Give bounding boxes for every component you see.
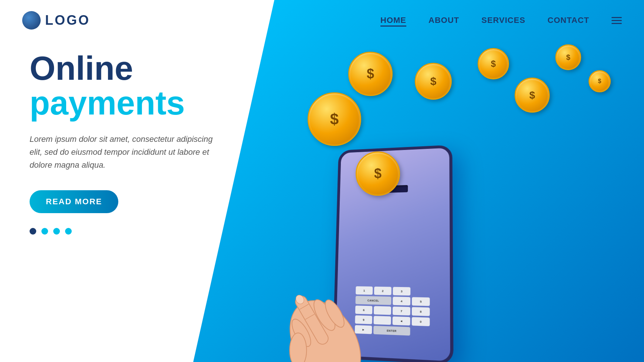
hero-description: Lorem ipsum dolor sit amet, consectetur … xyxy=(30,133,222,172)
logo-icon xyxy=(22,11,41,30)
coin-2: $ xyxy=(415,63,452,100)
coin-3: $ xyxy=(308,92,361,146)
headline-line1: Online xyxy=(30,52,222,85)
logo-text: LOGO xyxy=(45,13,90,28)
coin-1: $ xyxy=(348,52,393,96)
nav-item-home[interactable]: HOME xyxy=(380,16,406,25)
header: LOGO HOME ABOUT SERVICES CONTACT xyxy=(0,0,644,41)
svg-point-7 xyxy=(289,333,306,362)
nav-item-contact[interactable]: CONTACT xyxy=(548,16,589,25)
navigation: HOME ABOUT SERVICES CONTACT xyxy=(380,16,622,25)
dot-1[interactable] xyxy=(30,228,36,235)
nav-item-about[interactable]: ABOUT xyxy=(428,16,459,25)
coin-5: $ xyxy=(478,48,509,79)
hero-content: Online payments Lorem ipsum dolor sit am… xyxy=(30,52,222,235)
hero-illustration: $ $ $ $ $ $ $ $ 1 2 3 CANCEL 4 5 6 7 8 xyxy=(237,37,644,362)
coin-4: $ xyxy=(356,151,400,196)
dot-2[interactable] xyxy=(41,228,48,235)
dot-4[interactable] xyxy=(65,228,72,235)
headline-line2: payments xyxy=(30,85,222,122)
slide-indicators xyxy=(30,228,222,235)
dot-3[interactable] xyxy=(53,228,60,235)
read-more-button[interactable]: READ MORE xyxy=(30,190,118,213)
hand-illustration xyxy=(267,192,422,362)
hamburger-menu[interactable] xyxy=(611,17,622,24)
coin-7: $ xyxy=(555,44,581,70)
nav-item-services[interactable]: SERVICES xyxy=(481,16,525,25)
logo[interactable]: LOGO xyxy=(22,11,90,30)
coin-8: $ xyxy=(589,70,611,92)
coin-6: $ xyxy=(515,78,550,113)
